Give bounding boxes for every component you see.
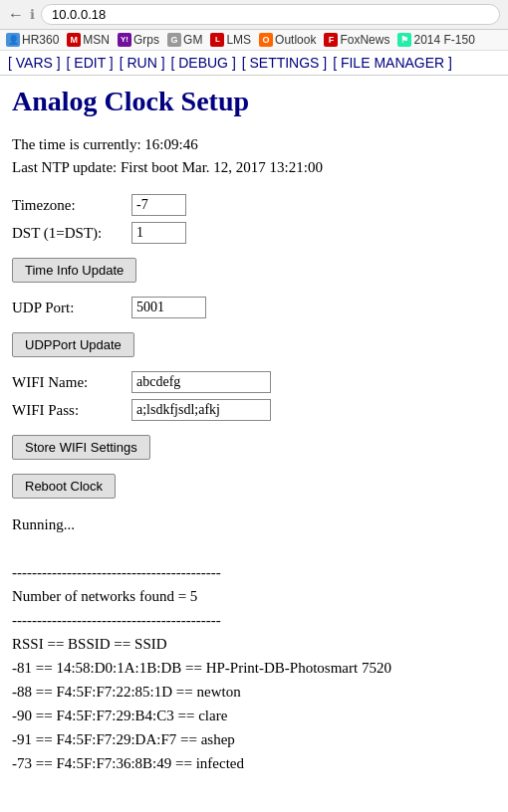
- hr360-icon: 👤: [6, 33, 20, 47]
- nav-settings[interactable]: [ SETTINGS ]: [242, 55, 328, 71]
- nav-file-manager[interactable]: [ FILE MANAGER ]: [333, 55, 452, 71]
- bookmark-msn[interactable]: M MSN: [67, 33, 110, 47]
- browser-bar: ← ℹ 10.0.0.18: [0, 0, 508, 30]
- bookmark-f150-label: 2014 F-150: [413, 33, 474, 47]
- page-title: Analog Clock Setup: [12, 86, 496, 117]
- foxnews-icon: F: [324, 33, 338, 47]
- output-text: Running... -----------------------------…: [12, 512, 496, 775]
- udp-port-row: UDP Port:: [12, 297, 496, 318]
- timezone-row: Timezone:: [12, 194, 496, 216]
- nav-debug[interactable]: [ DEBUG ]: [170, 55, 235, 71]
- time-info: The time is currently: 16:09:46 Last NTP…: [12, 133, 496, 178]
- bookmark-gm-label: GM: [183, 33, 202, 47]
- secure-icon: ℹ: [30, 7, 35, 22]
- wifi-section: WIFI Name: WIFI Pass:: [12, 371, 496, 421]
- nav-edit[interactable]: [ EDIT ]: [67, 55, 114, 71]
- page-content: Analog Clock Setup The time is currently…: [0, 76, 508, 785]
- bookmark-gm[interactable]: G GM: [167, 33, 202, 47]
- timezone-label: Timezone:: [12, 197, 131, 214]
- wifi-pass-row: WIFI Pass:: [12, 399, 496, 421]
- udp-section: UDP Port:: [12, 297, 496, 318]
- udp-update-button[interactable]: UDPPort Update: [12, 332, 134, 357]
- ntp-label: Last NTP update: First boot Mar. 12, 201…: [12, 156, 496, 179]
- bookmark-lms-label: LMS: [226, 33, 251, 47]
- nav-menu: [ VARS ] [ EDIT ] [ RUN ] [ DEBUG ] [ SE…: [0, 51, 508, 76]
- bookmark-outlook-label: Outlook: [275, 33, 316, 47]
- msn-icon: M: [67, 33, 81, 47]
- bookmark-f150[interactable]: ⚑ 2014 F-150: [397, 33, 474, 47]
- lms-icon: L: [210, 33, 224, 47]
- reboot-section: Reboot Clock: [12, 474, 496, 512]
- wifi-name-row: WIFI Name:: [12, 371, 496, 393]
- bookmark-grps-label: Grps: [133, 33, 159, 47]
- current-time-label: The time is currently: 16:09:46: [12, 133, 496, 156]
- wifi-name-label: WIFI Name:: [12, 374, 131, 391]
- f150-icon: ⚑: [397, 33, 411, 47]
- dst-input[interactable]: [131, 222, 186, 244]
- bookmarks-bar: 👤 HR360 M MSN Y! Grps G GM L LMS O Outlo…: [0, 30, 508, 51]
- wifi-name-input[interactable]: [131, 371, 271, 393]
- outlook-icon: O: [259, 33, 273, 47]
- wifi-pass-input[interactable]: [131, 399, 271, 421]
- bookmark-hr360-label: HR360: [22, 33, 59, 47]
- timezone-input[interactable]: [131, 194, 186, 216]
- udp-port-input[interactable]: [131, 297, 206, 318]
- nav-run[interactable]: [ RUN ]: [120, 55, 165, 71]
- wifi-pass-label: WIFI Pass:: [12, 402, 131, 419]
- bookmark-foxnews[interactable]: F FoxNews: [324, 33, 389, 47]
- udp-port-label: UDP Port:: [12, 300, 131, 316]
- bookmark-outlook[interactable]: O Outlook: [259, 33, 316, 47]
- bookmark-grps[interactable]: Y! Grps: [118, 33, 159, 47]
- grps-icon: Y!: [118, 33, 131, 47]
- timezone-section: Timezone: DST (1=DST):: [12, 194, 496, 244]
- bookmark-hr360[interactable]: 👤 HR360: [6, 33, 59, 47]
- bookmark-lms[interactable]: L LMS: [210, 33, 251, 47]
- gm-icon: G: [167, 33, 181, 47]
- url-bar[interactable]: 10.0.0.18: [41, 4, 500, 25]
- bookmark-foxnews-label: FoxNews: [340, 33, 389, 47]
- reboot-button[interactable]: Reboot Clock: [12, 474, 116, 499]
- back-button[interactable]: ←: [8, 6, 24, 24]
- dst-label: DST (1=DST):: [12, 225, 131, 242]
- dst-row: DST (1=DST):: [12, 222, 496, 244]
- nav-vars[interactable]: [ VARS ]: [8, 55, 61, 71]
- store-wifi-button[interactable]: Store WIFI Settings: [12, 435, 150, 460]
- bookmark-msn-label: MSN: [83, 33, 110, 47]
- time-update-button[interactable]: Time Info Update: [12, 258, 136, 283]
